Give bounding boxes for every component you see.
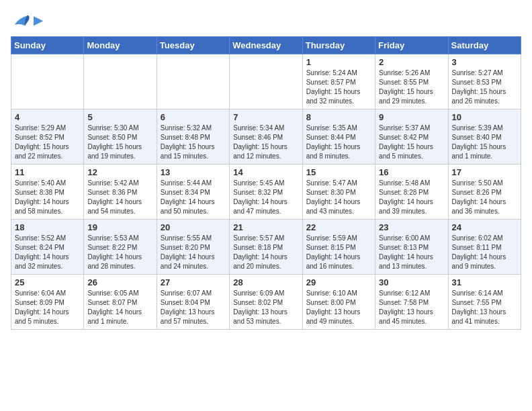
day-number: 23	[379, 222, 444, 232]
day-number: 6	[161, 112, 226, 122]
day-number: 25	[15, 277, 80, 287]
calendar-cell: 29Sunrise: 6:10 AM Sunset: 8:00 PM Dayli…	[302, 275, 375, 330]
calendar-cell: 12Sunrise: 5:42 AM Sunset: 8:36 PM Dayli…	[84, 165, 157, 220]
calendar-cell: 22Sunrise: 5:59 AM Sunset: 8:15 PM Dayli…	[302, 220, 375, 275]
day-info: Sunrise: 5:45 AM Sunset: 8:32 PM Dayligh…	[233, 179, 298, 216]
day-info: Sunrise: 5:26 AM Sunset: 8:55 PM Dayligh…	[379, 68, 444, 106]
calendar-cell: 24Sunrise: 6:02 AM Sunset: 8:11 PM Dayli…	[448, 220, 521, 275]
day-number: 14	[233, 167, 298, 177]
calendar-header: SundayMondayTuesdayWednesdayThursdayFrid…	[11, 37, 521, 54]
day-number: 18	[15, 222, 80, 232]
day-info: Sunrise: 5:34 AM Sunset: 8:46 PM Dayligh…	[233, 124, 298, 161]
day-number: 20	[161, 222, 226, 232]
day-info: Sunrise: 5:24 AM Sunset: 8:57 PM Dayligh…	[306, 68, 371, 106]
day-info: Sunrise: 5:44 AM Sunset: 8:34 PM Dayligh…	[161, 179, 226, 216]
day-number: 5	[87, 112, 152, 122]
day-of-week-header: Saturday	[448, 37, 521, 54]
day-number: 2	[379, 57, 444, 67]
day-number: 19	[87, 222, 152, 232]
day-number: 13	[161, 167, 226, 177]
day-number: 29	[306, 277, 371, 287]
day-info: Sunrise: 5:48 AM Sunset: 8:28 PM Dayligh…	[379, 179, 444, 216]
calendar-cell: 28Sunrise: 6:09 AM Sunset: 8:02 PM Dayli…	[230, 275, 302, 330]
header-row: SundayMondayTuesdayWednesdayThursdayFrid…	[11, 37, 521, 54]
calendar-cell: 27Sunrise: 6:07 AM Sunset: 8:04 PM Dayli…	[157, 275, 229, 330]
day-info: Sunrise: 6:09 AM Sunset: 8:02 PM Dayligh…	[233, 289, 298, 326]
day-number: 4	[15, 112, 80, 122]
calendar-cell: 13Sunrise: 5:44 AM Sunset: 8:34 PM Dayli…	[157, 165, 229, 220]
calendar-cell: 5Sunrise: 5:30 AM Sunset: 8:50 PM Daylig…	[84, 109, 157, 165]
day-number: 11	[15, 167, 80, 177]
day-of-week-header: Sunday	[11, 37, 84, 54]
day-info: Sunrise: 5:42 AM Sunset: 8:36 PM Dayligh…	[87, 179, 152, 216]
day-of-week-header: Monday	[84, 37, 157, 54]
day-info: Sunrise: 5:35 AM Sunset: 8:44 PM Dayligh…	[306, 124, 371, 161]
day-info: Sunrise: 5:39 AM Sunset: 8:40 PM Dayligh…	[452, 124, 517, 161]
day-info: Sunrise: 6:07 AM Sunset: 8:04 PM Dayligh…	[161, 289, 226, 326]
calendar-cell: 23Sunrise: 6:00 AM Sunset: 8:13 PM Dayli…	[375, 220, 448, 275]
day-number: 21	[233, 222, 298, 232]
day-info: Sunrise: 5:59 AM Sunset: 8:15 PM Dayligh…	[306, 234, 371, 271]
calendar-cell: 11Sunrise: 5:40 AM Sunset: 8:38 PM Dayli…	[11, 165, 84, 220]
calendar-cell: 30Sunrise: 6:12 AM Sunset: 7:58 PM Dayli…	[375, 275, 448, 330]
calendar-cell: 17Sunrise: 5:50 AM Sunset: 8:26 PM Dayli…	[448, 165, 521, 220]
calendar-cell: 14Sunrise: 5:45 AM Sunset: 8:32 PM Dayli…	[230, 165, 302, 220]
day-number: 3	[452, 57, 517, 67]
day-info: Sunrise: 5:29 AM Sunset: 8:52 PM Dayligh…	[15, 124, 80, 161]
logo: ▶	[11, 11, 42, 31]
day-number: 7	[233, 112, 298, 122]
day-info: Sunrise: 6:02 AM Sunset: 8:11 PM Dayligh…	[452, 234, 517, 271]
day-number: 10	[452, 112, 517, 122]
day-info: Sunrise: 5:52 AM Sunset: 8:24 PM Dayligh…	[15, 234, 80, 271]
calendar-cell: 21Sunrise: 5:57 AM Sunset: 8:18 PM Dayli…	[230, 220, 302, 275]
day-of-week-header: Wednesday	[230, 37, 302, 54]
day-info: Sunrise: 5:53 AM Sunset: 8:22 PM Dayligh…	[87, 234, 152, 271]
day-info: Sunrise: 5:55 AM Sunset: 8:20 PM Dayligh…	[161, 234, 226, 271]
calendar-cell: 20Sunrise: 5:55 AM Sunset: 8:20 PM Dayli…	[157, 220, 229, 275]
calendar-cell: 26Sunrise: 6:05 AM Sunset: 8:07 PM Dayli…	[84, 275, 157, 330]
calendar-cell: 3Sunrise: 5:27 AM Sunset: 8:53 PM Daylig…	[448, 54, 521, 109]
day-info: Sunrise: 6:10 AM Sunset: 8:00 PM Dayligh…	[306, 289, 371, 326]
calendar-body: 1Sunrise: 5:24 AM Sunset: 8:57 PM Daylig…	[11, 54, 521, 330]
logo-text: ▶	[34, 14, 42, 28]
calendar-cell: 10Sunrise: 5:39 AM Sunset: 8:40 PM Dayli…	[448, 109, 521, 165]
calendar-cell	[230, 54, 302, 109]
day-info: Sunrise: 5:27 AM Sunset: 8:53 PM Dayligh…	[452, 68, 517, 106]
day-info: Sunrise: 6:12 AM Sunset: 7:58 PM Dayligh…	[379, 289, 444, 326]
day-info: Sunrise: 6:14 AM Sunset: 7:55 PM Dayligh…	[452, 289, 517, 326]
day-of-week-header: Friday	[375, 37, 448, 54]
day-info: Sunrise: 5:40 AM Sunset: 8:38 PM Dayligh…	[15, 179, 80, 216]
calendar-cell: 16Sunrise: 5:48 AM Sunset: 8:28 PM Dayli…	[375, 165, 448, 220]
day-info: Sunrise: 5:47 AM Sunset: 8:30 PM Dayligh…	[306, 179, 371, 216]
day-number: 30	[379, 277, 444, 287]
day-number: 22	[306, 222, 371, 232]
calendar-week-row: 25Sunrise: 6:04 AM Sunset: 8:09 PM Dayli…	[11, 275, 521, 330]
calendar-cell: 1Sunrise: 5:24 AM Sunset: 8:57 PM Daylig…	[302, 54, 375, 109]
calendar-cell: 8Sunrise: 5:35 AM Sunset: 8:44 PM Daylig…	[302, 109, 375, 165]
day-number: 1	[306, 57, 371, 67]
day-number: 24	[452, 222, 517, 232]
calendar-table: SundayMondayTuesdayWednesdayThursdayFrid…	[11, 36, 521, 330]
calendar-cell: 2Sunrise: 5:26 AM Sunset: 8:55 PM Daylig…	[375, 54, 448, 109]
day-number: 27	[161, 277, 226, 287]
calendar-cell: 25Sunrise: 6:04 AM Sunset: 8:09 PM Dayli…	[11, 275, 84, 330]
calendar-cell: 31Sunrise: 6:14 AM Sunset: 7:55 PM Dayli…	[448, 275, 521, 330]
calendar-week-row: 11Sunrise: 5:40 AM Sunset: 8:38 PM Dayli…	[11, 165, 521, 220]
day-info: Sunrise: 5:37 AM Sunset: 8:42 PM Dayligh…	[379, 124, 444, 161]
day-number: 9	[379, 112, 444, 122]
calendar-week-row: 1Sunrise: 5:24 AM Sunset: 8:57 PM Daylig…	[11, 54, 521, 109]
day-number: 16	[379, 167, 444, 177]
calendar-cell: 15Sunrise: 5:47 AM Sunset: 8:30 PM Dayli…	[302, 165, 375, 220]
day-of-week-header: Tuesday	[157, 37, 229, 54]
day-number: 12	[87, 167, 152, 177]
day-info: Sunrise: 5:57 AM Sunset: 8:18 PM Dayligh…	[233, 234, 298, 271]
calendar-cell: 7Sunrise: 5:34 AM Sunset: 8:46 PM Daylig…	[230, 109, 302, 165]
calendar-cell	[11, 54, 84, 109]
day-info: Sunrise: 6:04 AM Sunset: 8:09 PM Dayligh…	[15, 289, 80, 326]
page-header: ▶	[11, 11, 521, 31]
day-number: 8	[306, 112, 371, 122]
calendar-week-row: 18Sunrise: 5:52 AM Sunset: 8:24 PM Dayli…	[11, 220, 521, 275]
day-number: 28	[233, 277, 298, 287]
calendar-cell: 4Sunrise: 5:29 AM Sunset: 8:52 PM Daylig…	[11, 109, 84, 165]
day-info: Sunrise: 5:30 AM Sunset: 8:50 PM Dayligh…	[87, 124, 152, 161]
